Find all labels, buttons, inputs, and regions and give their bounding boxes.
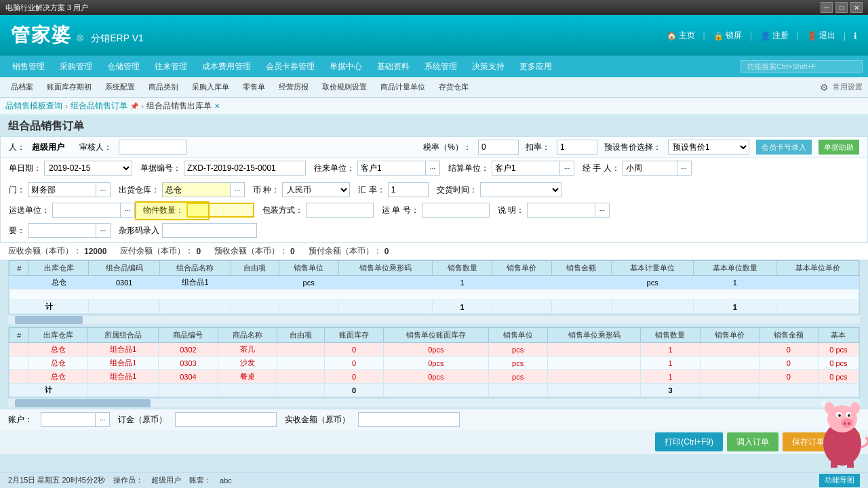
package-input[interactable] xyxy=(306,203,374,218)
toolbar-retail[interactable]: 零售单 xyxy=(237,81,271,94)
remark-dots-button[interactable]: ··· xyxy=(595,203,610,218)
account-dots-button[interactable]: ··· xyxy=(95,412,110,427)
col-warehouse: 出库仓库 xyxy=(29,261,89,276)
menu-system[interactable]: 系统管理 xyxy=(418,58,464,75)
toolbar-product-type[interactable]: 商品类别 xyxy=(143,81,184,94)
menu-warehouse[interactable]: 仓储管理 xyxy=(100,58,146,75)
breadcrumb-item-1[interactable]: 品销售模板查询 xyxy=(5,100,62,112)
minimize-button[interactable]: ─ xyxy=(821,2,833,13)
title-bar-text: 电脑行业解决方案 3 用户 xyxy=(5,3,88,13)
to-unit-dots-button[interactable]: ··· xyxy=(425,161,440,176)
toolbar-operation-history[interactable]: 经营历报 xyxy=(273,81,314,94)
total-empty-6 xyxy=(492,300,552,314)
lower-scrollbar-thumb[interactable] xyxy=(15,399,151,407)
breadcrumb-item-2[interactable]: 组合品销售订单 xyxy=(71,100,127,112)
lower-table-row-3[interactable]: 总仓 组合品1 0304 餐桌 0 0pcs pcs 1 0 0 pcs xyxy=(9,370,859,384)
menu-sales[interactable]: 销售管理 xyxy=(5,58,52,75)
help-button[interactable]: 单据助助 xyxy=(818,140,859,155)
statusbar-operator: 超级用户 xyxy=(151,475,181,485)
menu-cost[interactable]: 成本费用管理 xyxy=(195,58,258,75)
menu-transaction[interactable]: 往来管理 xyxy=(148,58,194,75)
menu-document[interactable]: 单据中心 xyxy=(323,58,369,75)
function-map-button[interactable]: 功能导图 xyxy=(819,474,860,487)
total-empty-1 xyxy=(89,300,160,314)
settle-unit-input[interactable] xyxy=(492,161,559,176)
account-input[interactable] xyxy=(41,412,95,427)
logistics-input[interactable] xyxy=(52,203,120,218)
home-icon-btn[interactable]: 🏠 主页 xyxy=(667,30,695,41)
remark-group: ··· xyxy=(527,203,610,218)
toolbar-product-file[interactable]: 品档案 xyxy=(5,81,39,94)
order-no-input[interactable] xyxy=(184,161,306,176)
discount-input[interactable] xyxy=(557,140,597,155)
menu-search-input[interactable] xyxy=(741,60,863,73)
lower-table-row-2[interactable]: 总仓 组合品1 0303 沙发 0 0pcs pcs 1 0 0 pcs xyxy=(9,357,859,370)
to-unit-input[interactable] xyxy=(357,161,425,176)
order-yuan-input[interactable] xyxy=(175,412,277,427)
warehouse-dots-button[interactable]: ··· xyxy=(230,182,245,197)
toolbar-price-rule[interactable]: 取价规则设置 xyxy=(317,81,372,94)
menu-more[interactable]: 更多应用 xyxy=(513,58,559,75)
dcell-no-3 xyxy=(9,370,29,384)
print-button[interactable]: 打印(Ctrl+F9) xyxy=(655,432,723,451)
upper-table-row[interactable]: 总仓 0301 组合品1 pcs 1 pcs 1 xyxy=(9,276,859,289)
tax-label: 税率（%）： xyxy=(423,142,471,153)
menu-basic[interactable]: 基础资料 xyxy=(370,58,416,75)
date-select[interactable]: 2019-02-15 xyxy=(44,161,132,176)
exchange-input[interactable] xyxy=(388,182,429,197)
preset-select[interactable]: 预设售价1 xyxy=(668,140,749,155)
info-icon-btn[interactable]: ℹ xyxy=(854,30,857,40)
handler-input[interactable] xyxy=(623,161,677,176)
dept-input[interactable] xyxy=(28,182,96,197)
important-dots-button[interactable]: ··· xyxy=(96,223,111,238)
register-icon-btn[interactable]: 👤 注册 xyxy=(760,30,789,41)
upper-scrollbar-thumb[interactable] xyxy=(15,316,83,324)
reviewer-input[interactable] xyxy=(119,140,186,155)
member-card-button[interactable]: 会员卡号录入 xyxy=(756,140,812,155)
trade-time-select[interactable] xyxy=(480,182,561,197)
logistics-dots-button[interactable]: ··· xyxy=(120,203,135,218)
title-bar-left: 电脑行业解决方案 3 用户 xyxy=(5,3,88,13)
upper-scrollbar[interactable] xyxy=(8,316,860,324)
col-sale-barcode: 销售单位乘形码 xyxy=(338,261,433,276)
actual-input[interactable] xyxy=(358,412,460,427)
toolbar-product-unit[interactable]: 商品计量单位 xyxy=(375,81,431,94)
remark-input[interactable] xyxy=(527,203,595,218)
breadcrumb-pin-icon[interactable]: 📌 xyxy=(130,102,138,110)
settle-unit-group: ··· xyxy=(492,161,574,176)
exit-icon-btn[interactable]: 🚪 退出 xyxy=(807,30,835,41)
settings-icon[interactable]: ⚙ xyxy=(820,82,829,93)
statusbar-date: 2月15日 星期五 20时45分2秒 xyxy=(8,475,105,485)
toolbar-purchase-in[interactable]: 采购入库单 xyxy=(186,81,235,94)
parts-count-input[interactable] xyxy=(186,203,254,218)
date-label: 单日期： xyxy=(9,163,41,174)
import-button[interactable]: 调入订单 xyxy=(727,432,778,451)
currency-select[interactable]: 人民币 xyxy=(282,182,350,197)
breadcrumb-close-icon[interactable]: ✕ xyxy=(214,102,220,110)
lower-scrollbar[interactable] xyxy=(8,399,860,407)
toolbar-system-config[interactable]: 系统配置 xyxy=(100,81,140,94)
close-button[interactable]: ✕ xyxy=(850,2,863,13)
title-bar: 电脑行业解决方案 3 用户 ─ □ ✕ xyxy=(0,0,868,15)
menu-member[interactable]: 会员卡券管理 xyxy=(259,58,321,75)
menu-decision[interactable]: 决策支持 xyxy=(465,58,511,75)
waybill-input[interactable] xyxy=(422,203,490,218)
dtotal-empty-4 xyxy=(277,384,324,397)
settle-unit-dots-button[interactable]: ··· xyxy=(559,161,574,176)
handler-dots-button[interactable]: ··· xyxy=(677,161,692,176)
lower-table-row-1[interactable]: 总仓 组合品1 0302 茶几 0 0pcs pcs 1 0 0 pcs xyxy=(9,343,859,357)
warehouse-input[interactable] xyxy=(162,182,230,197)
toolbar-stock-warehouse[interactable]: 存货仓库 xyxy=(433,81,474,94)
dept-dots-button[interactable]: ··· xyxy=(96,182,111,197)
lock-icon-btn[interactable]: 🔒 锁屏 xyxy=(713,30,742,41)
summary-row: 应收余额（本币）： 12000 应付余额（本币）： 0 预收余额（本币）： 0 … xyxy=(0,243,868,260)
barcode-label: 杂形码录入 xyxy=(119,225,159,237)
balance-value: 12000 xyxy=(84,247,106,256)
menu-purchase[interactable]: 采购管理 xyxy=(53,58,99,75)
toolbar-account-stock[interactable]: 账面库存期初 xyxy=(41,81,97,94)
important-input[interactable] xyxy=(28,223,96,238)
settings-label[interactable]: 常用设置 xyxy=(833,82,863,92)
barcode-input[interactable] xyxy=(162,223,257,238)
maximize-button[interactable]: □ xyxy=(835,2,848,13)
tax-input[interactable] xyxy=(478,140,519,155)
